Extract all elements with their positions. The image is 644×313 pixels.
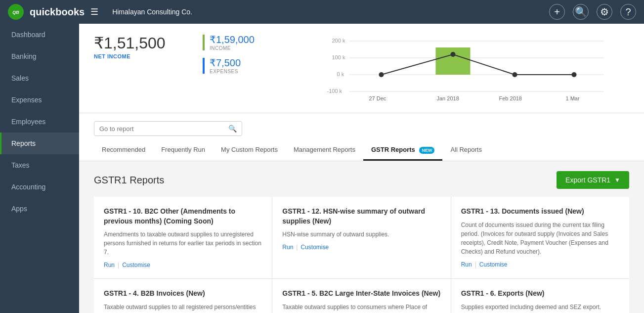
- svg-text:Jan 2018: Jan 2018: [437, 95, 459, 101]
- export-btn-label: Export GSTR1: [565, 176, 610, 184]
- income-expense-block: ₹1,59,000 INCOME ₹7,500 EXPENSES: [203, 34, 282, 74]
- expense-amount: ₹7,500: [210, 57, 241, 69]
- income-chart: 200 k 100 k 0 k -100 k: [301, 34, 629, 103]
- search-icon: 🔍: [228, 125, 237, 133]
- report-card-gstr1-5: GSTR1 - 5. B2C Large Inter-State Invoice…: [272, 279, 450, 313]
- run-link[interactable]: Run: [104, 262, 115, 268]
- svg-text:200 k: 200 k: [332, 38, 345, 44]
- search-input[interactable]: [99, 125, 228, 133]
- customise-link[interactable]: Customise: [479, 261, 508, 268]
- report-title: GSTR1 - 12. HSN-wise summary of outward …: [282, 207, 440, 226]
- tab-gstr-reports[interactable]: GSTR Reports NEW: [363, 142, 442, 161]
- main-content: ₹1,51,500 NET INCOME ₹1,59,000 INCOME ₹7…: [79, 24, 644, 313]
- plus-icon[interactable]: +: [549, 4, 565, 20]
- run-link[interactable]: Run: [461, 261, 472, 268]
- tab-my-custom-reports[interactable]: My Custom Reports: [213, 142, 286, 161]
- company-name: Himalayan Consulting Co.: [112, 8, 192, 16]
- svg-text:QB: QB: [12, 10, 19, 15]
- sidebar-item-reports[interactable]: Reports: [0, 133, 79, 154]
- report-description: Amendments to taxable outward supplies t…: [104, 230, 262, 257]
- expense-details: ₹7,500 EXPENSES: [210, 57, 241, 74]
- report-title: GSTR1 - 6. Exports (New): [461, 289, 619, 299]
- net-income-block: ₹1,51,500 NET INCOME: [94, 34, 183, 59]
- sidebar-item-dashboard[interactable]: Dashboard: [0, 24, 79, 45]
- search-tabs-bar: 🔍 Recommended Frequently Run My Custom R…: [79, 113, 644, 161]
- chart-area: 200 k 100 k 0 k -100 k: [301, 34, 629, 103]
- tab-all-reports[interactable]: All Reports: [442, 142, 490, 161]
- net-income-label: NET INCOME: [94, 53, 183, 59]
- svg-point-12: [451, 52, 456, 57]
- help-icon[interactable]: ?: [620, 4, 636, 20]
- tab-frequently-run[interactable]: Frequently Run: [153, 142, 213, 161]
- brand-name: quickbooks: [30, 6, 85, 18]
- sidebar-item-sales[interactable]: Sales: [0, 67, 79, 89]
- income-details: ₹1,59,000 INCOME: [210, 34, 255, 51]
- search-box-container[interactable]: 🔍: [94, 121, 242, 136]
- sidebar-item-banking[interactable]: Banking: [0, 45, 79, 67]
- quickbooks-logo[interactable]: QB: [8, 4, 24, 20]
- income-label: INCOME: [210, 45, 255, 51]
- svg-text:27 Dec: 27 Dec: [369, 95, 386, 101]
- svg-text:100 k: 100 k: [332, 54, 345, 60]
- tab-management-reports[interactable]: Management Reports: [286, 142, 363, 161]
- report-card-gstr1-10: GSTR1 - 10. B2C Other (Amendments to pre…: [94, 197, 272, 278]
- run-link[interactable]: Run: [282, 244, 293, 251]
- svg-rect-10: [436, 47, 471, 75]
- report-title: GSTR1 - 13. Documents issued (New): [461, 207, 619, 217]
- report-description: Taxable outward supplies to all register…: [104, 303, 262, 313]
- report-description: Count of documents issued during the cur…: [461, 221, 619, 256]
- report-card-gstr1-12: GSTR1 - 12. HSN-wise summary of outward …: [272, 197, 450, 278]
- svg-text:-100 k: -100 k: [327, 88, 343, 94]
- sidebar-item-employees[interactable]: Employees: [0, 111, 79, 133]
- gstr-section-title: GSTR1 Reports: [94, 175, 164, 186]
- tab-recommended[interactable]: Recommended: [94, 142, 153, 161]
- expense-bar-indicator: [203, 58, 205, 74]
- svg-point-14: [572, 72, 577, 77]
- net-income-value: ₹1,51,500: [94, 34, 183, 52]
- income-bar-indicator: [203, 35, 205, 50]
- report-title: GSTR1 - 4. B2B Invoices (New): [104, 289, 262, 299]
- report-description: HSN-wise summary of outward supplies.: [282, 230, 440, 239]
- new-badge: NEW: [419, 147, 434, 154]
- summary-area: ₹1,51,500 NET INCOME ₹1,59,000 INCOME ₹7…: [79, 24, 644, 113]
- chevron-down-icon: ▼: [614, 177, 620, 183]
- report-description: Supplies exported including deemed and S…: [461, 303, 619, 312]
- svg-point-11: [379, 72, 384, 77]
- export-gstr1-button[interactable]: Export GSTR1 ▼: [557, 171, 629, 189]
- svg-text:Feb 2018: Feb 2018: [499, 95, 522, 101]
- sidebar-item-accounting[interactable]: Accounting: [0, 176, 79, 198]
- tabs-bar: Recommended Frequently Run My Custom Rep…: [94, 142, 629, 161]
- sidebar-item-taxes[interactable]: Taxes: [0, 154, 79, 176]
- topnav-left: QB quickbooks ☰ Himalayan Consulting Co.: [8, 4, 192, 20]
- hamburger-icon[interactable]: ☰: [90, 6, 98, 17]
- topnav: QB quickbooks ☰ Himalayan Consulting Co.…: [0, 0, 644, 24]
- customise-link[interactable]: Customise: [122, 262, 150, 268]
- svg-text:1 Mar: 1 Mar: [566, 95, 580, 101]
- report-actions: Run | Customise: [461, 261, 619, 268]
- expense-label: EXPENSES: [210, 69, 241, 74]
- gstr-header: GSTR1 Reports Export GSTR1 ▼: [79, 161, 644, 197]
- sidebar-item-apps[interactable]: Apps: [0, 198, 79, 220]
- customise-link[interactable]: Customise: [301, 244, 329, 251]
- report-card-gstr1-6: GSTR1 - 6. Exports (New) Supplies export…: [451, 279, 629, 313]
- expense-row: ₹7,500 EXPENSES: [203, 57, 282, 74]
- income-amount: ₹1,59,000: [210, 34, 255, 45]
- report-actions: Run | Customise: [282, 244, 440, 251]
- report-card-gstr1-13: GSTR1 - 13. Documents issued (New) Count…: [451, 197, 629, 278]
- report-title: GSTR1 - 10. B2C Other (Amendments to pre…: [104, 207, 262, 226]
- income-row: ₹1,59,000 INCOME: [203, 34, 282, 51]
- gear-icon[interactable]: ⚙: [597, 4, 612, 20]
- search-icon[interactable]: 🔍: [573, 4, 589, 20]
- report-actions: Run | Customise: [104, 262, 262, 268]
- sidebar-item-expenses[interactable]: Expenses: [0, 89, 79, 111]
- report-cards-grid: GSTR1 - 10. B2C Other (Amendments to pre…: [94, 197, 629, 313]
- svg-point-13: [513, 72, 517, 77]
- sidebar: Dashboard Banking Sales Expenses Employe…: [0, 24, 79, 313]
- report-description: Taxable outward supplies to consumers wh…: [282, 303, 440, 313]
- report-card-gstr1-4: GSTR1 - 4. B2B Invoices (New) Taxable ou…: [94, 279, 272, 313]
- report-title: GSTR1 - 5. B2C Large Inter-State Invoice…: [282, 289, 440, 299]
- topnav-right: + 🔍 ⚙ ?: [549, 4, 636, 20]
- svg-text:0 k: 0 k: [337, 71, 344, 77]
